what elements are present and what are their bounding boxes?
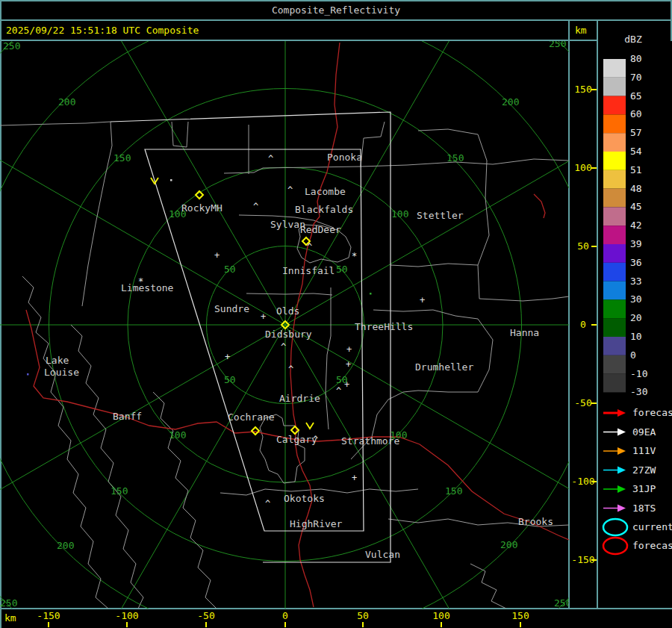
colorbar-swatch	[603, 152, 626, 170]
colorbar-tick-label: 10	[630, 331, 642, 342]
colorbar-tick-label: 57	[630, 127, 642, 138]
city-label: Airdrie	[279, 393, 320, 404]
city-label: RockyMH	[181, 202, 223, 214]
city-label: Banff	[113, 411, 142, 422]
legend-ellipse-icon	[603, 519, 627, 535]
bottom-axis-tick-label: 150	[511, 610, 529, 621]
map-symbol-marker: *	[352, 251, 357, 261]
city-label: Louise	[44, 367, 79, 378]
colorbar-tick-label: 42	[630, 220, 642, 231]
map-symbol-marker: +	[214, 250, 220, 261]
radar-map-display[interactable]: 5010015020025050100150200250501001502005…	[0, 41, 569, 609]
city-label: Okotoks	[284, 493, 325, 504]
legend-svg: dBZ807065605754514845423936333020100-10-…	[597, 21, 672, 628]
bottom-axis-tick-label: 0	[282, 610, 288, 621]
legend-item-label: forecast	[632, 407, 672, 418]
map-point-marker	[27, 373, 29, 376]
map-symbol-marker: ^	[336, 386, 341, 397]
colorbar-tick-label: -30	[630, 386, 647, 397]
colorbar-tick-label: -10	[630, 368, 647, 379]
range-ring-label: 150	[447, 152, 464, 164]
window-title: Composite_Reflectivity	[272, 4, 400, 16]
map-symbol-marker: +	[352, 473, 357, 483]
city-label: Strathmore	[341, 435, 399, 447]
map-symbol-marker: ^	[265, 499, 270, 509]
colorbar-swatch	[603, 133, 626, 152]
legend-arrowhead-icon	[617, 409, 626, 417]
map-symbol-marker: +	[346, 344, 352, 355]
check-marker-icon	[306, 423, 314, 429]
radar-map-svg: 5010015020025050100150200250501001502005…	[0, 41, 569, 609]
county-boundary	[82, 122, 112, 306]
colorbar-swatch	[603, 374, 626, 393]
range-ring-label: 50	[336, 264, 348, 275]
right-distance-axis: 150100500-50-100-150	[569, 41, 597, 609]
county-boundary	[0, 122, 111, 125]
range-ring-label: 200	[58, 96, 75, 108]
right-axis-tick-label: -150	[571, 554, 594, 565]
right-axis-tick-label: -100	[571, 476, 594, 487]
legend-ellipse-icon	[603, 538, 627, 554]
radial-line	[285, 41, 569, 325]
bottom-axis-svg: km-150-100-50050100150	[0, 609, 597, 628]
colorbar-swatch	[603, 337, 626, 355]
colorbar-tick-label: 39	[630, 238, 642, 249]
city-label: Calgary	[276, 434, 317, 445]
range-ring-label: 150	[445, 485, 462, 497]
map-symbol-marker: ^	[253, 202, 258, 212]
colorbar-tick-label: 20	[630, 312, 642, 323]
bottom-axis-tick-label: -150	[37, 610, 60, 621]
legend-item-label: forecast	[632, 540, 672, 551]
map-symbol-marker: +	[261, 311, 266, 322]
city-label: RedDeer	[300, 224, 341, 235]
colorbar-tick-label: 60	[630, 108, 642, 119]
colorbar-swatch	[603, 189, 626, 208]
legend-item-label: 09EA	[632, 426, 656, 438]
county-boundary	[22, 276, 108, 609]
colorbar-tick-label: 30	[630, 293, 642, 305]
range-ring-label: 100	[169, 429, 186, 441]
colorbar-swatch	[603, 299, 626, 318]
colorbar-swatch	[603, 78, 626, 96]
colorbar-tick-label: 0	[630, 349, 636, 361]
city-label: Didsbury	[265, 329, 312, 340]
county-boundary	[260, 414, 305, 483]
colorbar-swatch	[603, 226, 626, 244]
city-label: Lake	[46, 355, 69, 366]
timestamp-text: 2025/09/22 15:51:18 UTC Composite	[6, 25, 199, 36]
range-ring-label: 250	[554, 597, 569, 609]
city-label: Hanna	[510, 327, 539, 338]
right-axis-unit-label: km	[575, 25, 587, 36]
county-boundary	[153, 392, 217, 609]
city-label: Cochrane	[228, 411, 275, 423]
map-point-marker	[170, 179, 172, 181]
legend-arrowhead-icon	[617, 429, 626, 436]
city-label: Brooks	[518, 516, 553, 527]
colorbar-swatch	[603, 96, 626, 115]
county-boundary	[470, 564, 506, 609]
range-ring-label: 200	[57, 540, 74, 551]
colorbar-tick-label: 48	[630, 183, 642, 194]
bottom-axis-tick-label: -50	[197, 610, 214, 621]
range-ring-label: 250	[549, 41, 566, 49]
colorbar-swatch	[603, 355, 626, 374]
right-axis-tick-label: 100	[574, 162, 591, 173]
highway-line	[534, 194, 545, 218]
map-symbol-marker: ^	[287, 185, 293, 196]
map-symbol-marker: ^	[288, 364, 293, 375]
colorbar-swatch	[603, 59, 626, 78]
legend-arrowhead-icon	[617, 505, 626, 512]
colorbar-tick-label: 70	[630, 72, 642, 83]
colorbar-tick-label: 65	[630, 90, 642, 102]
legend-arrowhead-icon	[617, 467, 626, 474]
city-label: Innisfail	[282, 265, 335, 276]
city-label: Drumheller	[415, 361, 473, 373]
radar-site-diamond-icon	[291, 426, 299, 434]
map-symbol-marker: +	[225, 352, 230, 362]
map-symbol-marker: +	[344, 379, 349, 390]
range-ring-label: 100	[391, 208, 408, 220]
legend-item-label: 18TS	[632, 503, 656, 514]
bottom-axis-unit-label: km	[4, 612, 16, 624]
county-boundary	[71, 325, 143, 609]
map-symbol-marker: +	[420, 295, 425, 305]
